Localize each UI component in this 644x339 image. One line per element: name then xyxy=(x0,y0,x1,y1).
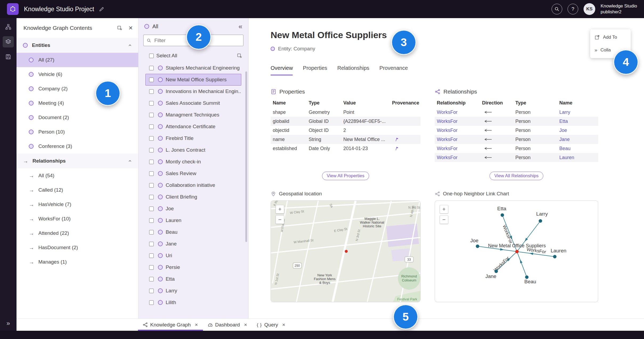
item-checkbox[interactable] xyxy=(149,289,154,293)
map-canvas[interactable]: k RdW Clay StSaE Clay StN 3rd StN 3rd St… xyxy=(271,201,420,302)
entity-filter-item[interactable]: All (27) xyxy=(17,53,138,67)
entity-list-item[interactable]: Persie xyxy=(145,261,241,273)
entity-list-item[interactable]: Staplers Mechanical Engineering xyxy=(145,62,241,74)
entity-list-item[interactable]: Etta xyxy=(145,273,241,285)
close-panel-icon[interactable]: ✕ xyxy=(128,25,133,31)
view-all-properties-button[interactable]: View All Properties xyxy=(322,172,369,180)
map-marker[interactable] xyxy=(345,250,348,253)
person-link[interactable]: Larry xyxy=(559,110,570,115)
add-entity-icon[interactable] xyxy=(237,53,242,59)
view-tab-dashboard[interactable]: Dashboard ✕ xyxy=(203,319,252,331)
collapse-panel-icon[interactable]: « xyxy=(239,23,242,30)
person-link[interactable]: Jane xyxy=(559,137,570,142)
item-checkbox[interactable] xyxy=(149,195,154,199)
item-checkbox[interactable] xyxy=(149,265,154,270)
relationship-filter-item[interactable]: → All (54) xyxy=(17,168,138,183)
item-checkbox[interactable] xyxy=(149,253,154,258)
entity-list-item[interactable]: Lilith xyxy=(145,297,241,308)
item-checkbox[interactable] xyxy=(149,218,154,223)
entity-list-item[interactable]: Managment Techniques xyxy=(145,109,241,121)
avatar[interactable]: KS xyxy=(584,3,595,15)
entity-filter-item[interactable]: Conference (3) xyxy=(17,139,138,154)
entity-list-item[interactable]: Larry xyxy=(145,285,241,297)
entity-filter-item[interactable]: Vehicle (6) xyxy=(17,67,138,82)
help-button[interactable]: ? xyxy=(568,4,578,14)
provenance-icon[interactable] xyxy=(395,137,399,142)
search-button[interactable] xyxy=(552,4,562,14)
entity-list-item[interactable]: Montly check-in xyxy=(145,156,241,168)
entity-list-item[interactable]: Beau xyxy=(145,226,241,238)
item-checkbox[interactable] xyxy=(149,66,154,70)
relationship-link[interactable]: WorksFor xyxy=(437,119,458,124)
entity-list-item[interactable]: New Metal Office Suppliers xyxy=(145,74,241,86)
layers-icon[interactable] xyxy=(3,36,14,47)
scope-label[interactable]: All xyxy=(152,23,158,30)
relationship-filter-item[interactable]: → HasVehicle (7) xyxy=(17,197,138,212)
entity-list-item[interactable]: Joe xyxy=(145,203,241,215)
person-link[interactable]: Etta xyxy=(559,119,568,124)
entity-list-item[interactable]: L. Jones Contract xyxy=(145,144,241,156)
close-tab-icon[interactable]: ✕ xyxy=(244,322,247,327)
graph-node[interactable] xyxy=(501,213,504,217)
entities-section-header[interactable]: Entities xyxy=(17,38,138,53)
relationship-link[interactable]: WorksFor xyxy=(437,137,458,142)
item-checkbox[interactable] xyxy=(149,300,154,305)
relationship-filter-item[interactable]: → Called (12) xyxy=(17,183,138,197)
item-checkbox[interactable] xyxy=(149,78,154,82)
link-chart-canvas[interactable]: WorksForWorksForWorksFor Etta Larry Joe … xyxy=(435,201,598,302)
edit-title-icon[interactable] xyxy=(99,6,105,12)
chart-zoom-out-button[interactable]: − xyxy=(440,215,448,224)
add-to-button[interactable]: Add To xyxy=(590,31,631,44)
graph-center-node[interactable] xyxy=(515,250,519,253)
expand-rail-icon[interactable]: » xyxy=(6,320,10,327)
relationship-link[interactable]: WorksFor xyxy=(437,128,458,133)
item-checkbox[interactable] xyxy=(149,89,154,94)
entity-filter-item[interactable]: Person (10) xyxy=(17,125,138,139)
relationship-filter-item[interactable]: → HasDocument (2) xyxy=(17,240,138,255)
entity-list-item[interactable]: Jane xyxy=(145,238,241,250)
graph-node[interactable] xyxy=(476,245,479,248)
entity-list-item[interactable]: Attendance Certificate xyxy=(145,121,241,132)
person-link[interactable]: Joe xyxy=(559,128,567,133)
graph-node[interactable] xyxy=(539,219,542,223)
entity-filter-item[interactable]: Meeting (4) xyxy=(17,96,138,110)
close-tab-icon[interactable]: ✕ xyxy=(195,322,198,327)
relationship-link[interactable]: WorksFor xyxy=(437,110,458,115)
relationship-filter-item[interactable]: → Attended (22) xyxy=(17,226,138,240)
item-checkbox[interactable] xyxy=(149,101,154,106)
entity-list-item[interactable]: Innovations in Mechanical Engin... xyxy=(145,86,241,97)
select-all-checkbox[interactable] xyxy=(149,54,154,58)
hierarchy-icon[interactable] xyxy=(3,21,14,33)
item-checkbox[interactable] xyxy=(149,160,154,164)
app-logo-icon[interactable] xyxy=(7,3,19,15)
view-tab-knowledge-graph[interactable]: Knowledge Graph ✕ xyxy=(138,319,203,331)
user-menu[interactable]: Knowledge Studio publisher2 xyxy=(601,3,637,15)
item-checkbox[interactable] xyxy=(149,148,154,152)
relationship-link[interactable]: WorksFor xyxy=(437,146,458,151)
item-checkbox[interactable] xyxy=(149,124,154,129)
add-item-icon[interactable] xyxy=(117,25,123,31)
graph-node[interactable] xyxy=(525,276,529,279)
entity-list-item[interactable]: Sales Review xyxy=(145,168,241,179)
entity-filter-item[interactable]: Document (2) xyxy=(17,110,138,125)
map-zoom-out-button[interactable]: − xyxy=(276,215,284,224)
entity-list-item[interactable]: Collaboration initiative xyxy=(145,179,241,191)
entity-list-item[interactable]: Uri xyxy=(145,250,241,261)
entity-list-item[interactable]: Firebird Title xyxy=(145,132,241,144)
map-zoom-in-button[interactable]: + xyxy=(276,205,284,213)
item-checkbox[interactable] xyxy=(149,183,154,188)
view-all-relationships-button[interactable]: View All Relationships xyxy=(490,172,543,180)
item-checkbox[interactable] xyxy=(149,113,154,117)
save-icon[interactable] xyxy=(3,51,14,62)
entity-list-item[interactable]: Client Briefing xyxy=(145,191,241,203)
item-checkbox[interactable] xyxy=(149,207,154,211)
select-all-row[interactable]: Select All xyxy=(138,49,248,62)
chart-zoom-in-button[interactable]: + xyxy=(440,205,448,213)
relationships-section-header[interactable]: → Relationships xyxy=(17,154,138,168)
entity-list-item[interactable]: Lauren xyxy=(145,215,241,226)
item-checkbox[interactable] xyxy=(149,230,154,235)
person-link[interactable]: Beau xyxy=(559,146,570,151)
graph-node[interactable] xyxy=(495,270,498,273)
item-checkbox[interactable] xyxy=(149,277,154,281)
close-tab-icon[interactable]: ✕ xyxy=(282,322,286,327)
